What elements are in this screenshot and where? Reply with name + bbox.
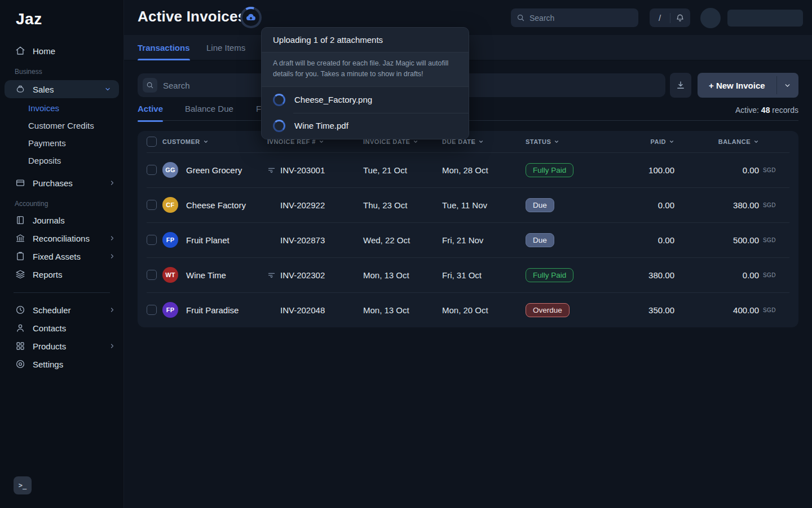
paid-amount: 100.00 (638, 165, 674, 175)
balance-amount: 0.00 (674, 270, 759, 280)
table-row[interactable]: GGGreen Grocery INV-203001 Tue, 21 Oct M… (138, 152, 798, 187)
row-checkbox[interactable] (147, 305, 157, 315)
search-icon (517, 14, 525, 22)
spinner-icon (273, 120, 285, 132)
installments-icon (267, 166, 276, 174)
avatar: FP (162, 232, 178, 248)
paid-amount: 0.00 (638, 235, 674, 245)
row-checkbox[interactable] (147, 165, 157, 175)
table-row[interactable]: FPFruit Planet INV-202873 Wed, 22 Oct Fr… (138, 222, 798, 257)
money-bag-icon (15, 84, 26, 95)
sidebar-item-contacts[interactable]: Contacts (0, 319, 123, 337)
sidebar-item-purchases[interactable]: Purchases (0, 174, 123, 192)
sidebar-item-fixed-assets[interactable]: Fixed Assets (0, 247, 123, 265)
avatar: CF (162, 197, 178, 213)
sidebar-item-reports[interactable]: Reports (0, 265, 123, 283)
sidebar-item-settings[interactable]: Settings (0, 355, 123, 373)
sort-icon (669, 139, 674, 144)
column-header-ref[interactable]: Ivnoice Ref # (267, 138, 363, 145)
table-row[interactable]: WTWine Time INV-202302 Mon, 13 Oct Fri, … (138, 257, 798, 292)
sidebar-item-invoices[interactable]: Invoices (0, 99, 123, 117)
bank-icon (15, 233, 26, 244)
sidebar-item-label: Contacts (33, 323, 116, 333)
currency-label: SGD (759, 307, 789, 313)
new-invoice-dropdown-button[interactable] (777, 73, 798, 98)
file-name: Wine Time.pdf (294, 121, 348, 130)
invoice-ref: INV-202922 (280, 200, 325, 210)
terminal-button[interactable]: >_ (14, 476, 32, 494)
chevron-right-icon (109, 306, 116, 313)
sidebar-item-label: Fixed Assets (33, 252, 102, 261)
sidebar-item-journals[interactable]: Journals (0, 211, 123, 229)
table-row[interactable]: CFCheese Factory INV-202922 Thu, 23 Oct … (138, 187, 798, 222)
chevron-right-icon (109, 235, 116, 242)
sidebar-item-label: Scheduler (33, 305, 102, 315)
row-checkbox[interactable] (147, 270, 157, 280)
select-all-checkbox[interactable] (147, 137, 157, 147)
sidebar-item-customer-credits[interactable]: Customer Credits (0, 117, 123, 134)
sidebar-item-sales[interactable]: Sales (5, 80, 119, 98)
balance-amount: 0.00 (674, 165, 759, 175)
row-checkbox[interactable] (147, 200, 157, 210)
invoice-date: Mon, 13 Oct (363, 305, 442, 315)
table-row[interactable]: FPFruit Paradise INV-202048 Mon, 13 Oct … (138, 292, 798, 327)
slash-shortcut-icon[interactable]: / (650, 13, 670, 23)
customer-name: Fruit Paradise (186, 305, 239, 315)
column-header-invoice-date[interactable]: Invoice Date (363, 138, 442, 145)
column-header-due-date[interactable]: Due Date (442, 138, 526, 145)
status-badge: Due (526, 233, 554, 247)
terminal-icon: >_ (19, 481, 27, 489)
column-header-paid[interactable]: Paid (638, 138, 674, 145)
sidebar-item-home[interactable]: Home (0, 42, 123, 60)
due-date: Fri, 21 Nov (442, 235, 526, 245)
records-count: Active: 48 records (735, 106, 798, 115)
sidebar-item-deposits[interactable]: Deposits (0, 152, 123, 169)
sidebar-divider (14, 292, 110, 293)
home-icon (15, 45, 26, 56)
avatar: FP (162, 302, 178, 318)
tab-line-items[interactable]: Line Items (206, 35, 245, 60)
row-checkbox[interactable] (147, 235, 157, 245)
sidebar-item-label: Reconciliations (33, 234, 102, 243)
sort-icon (753, 139, 759, 144)
bell-icon[interactable] (670, 14, 690, 23)
filter-tab-active[interactable]: Active (138, 104, 163, 121)
filter-tab-balance-due[interactable]: Balance Due (185, 104, 233, 121)
card-icon (15, 177, 26, 189)
sidebar-item-products[interactable]: Products (0, 337, 123, 355)
upload-popup-title: Uploading 1 of 2 attachments (262, 28, 469, 52)
app-window: Jaz Home Business Sales Invoices Custome… (0, 0, 812, 508)
invoice-ref: INV-202048 (280, 305, 325, 315)
balance-amount: 500.00 (674, 235, 759, 245)
new-invoice-split-button: + New Invoice (698, 73, 798, 98)
user-name-placeholder (727, 10, 803, 27)
sidebar-item-label: Journals (33, 216, 116, 225)
balance-amount: 400.00 (674, 305, 759, 315)
person-icon (15, 322, 26, 334)
global-search-input[interactable] (529, 14, 633, 23)
sidebar-item-label: Settings (33, 360, 116, 369)
avatar: GG (162, 162, 178, 178)
new-invoice-button[interactable]: + New Invoice (698, 73, 776, 98)
customer-name: Cheese Factory (186, 200, 246, 210)
column-header-customer[interactable]: Customer (162, 138, 267, 145)
invoice-date: Wed, 22 Oct (363, 235, 442, 245)
invoice-ref: INV-203001 (280, 165, 325, 175)
upload-progress-button[interactable] (240, 7, 262, 28)
due-date: Tue, 11 Nov (442, 200, 526, 210)
column-header-status[interactable]: Status (526, 138, 638, 145)
status-badge: Overdue (526, 303, 570, 317)
sidebar-item-payments[interactable]: Payments (0, 134, 123, 152)
tab-transactions[interactable]: Transactions (138, 35, 190, 60)
invoice-ref: INV-202873 (280, 235, 325, 245)
sidebar-item-label: Home (33, 46, 116, 56)
invoice-date: Thu, 23 Oct (363, 200, 442, 210)
sort-icon (478, 139, 484, 144)
currency-label: SGD (759, 167, 789, 173)
column-header-balance[interactable]: Balance (674, 138, 759, 145)
sidebar-item-scheduler[interactable]: Scheduler (0, 301, 123, 319)
download-button[interactable] (670, 73, 691, 98)
user-avatar[interactable] (700, 8, 721, 28)
clock-icon (15, 304, 26, 316)
sidebar-item-reconciliations[interactable]: Reconciliations (0, 229, 123, 247)
